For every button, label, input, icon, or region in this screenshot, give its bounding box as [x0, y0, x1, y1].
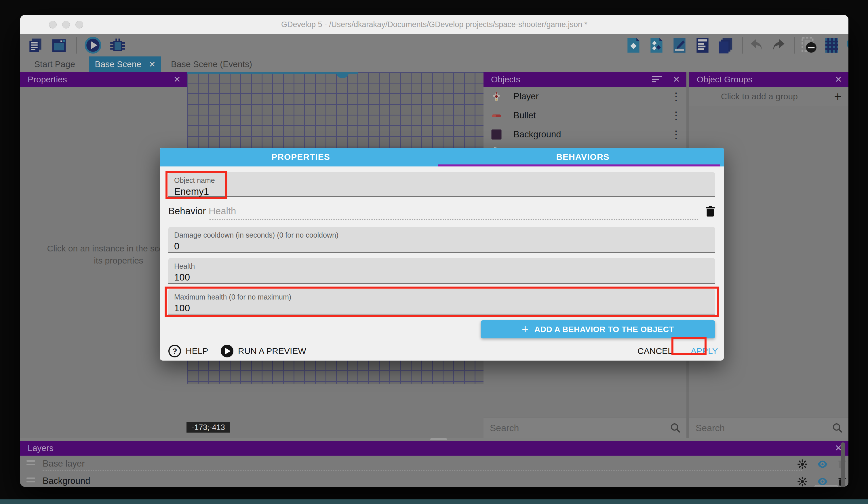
behavior-name-underline	[209, 219, 698, 220]
object-row-player[interactable]: Player ⋮	[484, 87, 686, 106]
dialog-tab-behaviors[interactable]: BEHAVIORS	[442, 148, 724, 167]
active-tab-indicator	[438, 164, 720, 167]
search-placeholder: Search	[490, 418, 519, 438]
object-editor-dialog: PROPERTIES BEHAVIORS Object name Enemy1 …	[160, 148, 724, 361]
behavior-header-row: Behavior Health	[168, 202, 715, 222]
toolbar-separator	[742, 37, 743, 53]
annotation-box-object-name	[165, 171, 227, 199]
layer-name-underline	[43, 470, 802, 471]
object-row-bullet[interactable]: Bullet ⋮	[484, 106, 686, 125]
delete-behavior-icon[interactable]	[703, 203, 717, 220]
layer-row-background[interactable]: Background	[20, 473, 848, 487]
close-panel-icon[interactable]: ✕	[835, 72, 842, 87]
properties-panel-header: Properties ✕	[20, 72, 187, 87]
objects-search[interactable]: Search	[484, 417, 686, 438]
screenshot-root: GDevelop 5 - /Users/dkarakay/Documents/G…	[0, 0, 868, 504]
dialog-footer: ? HELP RUN A PREVIEW CANCEL APPLY	[160, 341, 724, 361]
help-icon[interactable]: ?	[168, 345, 181, 357]
cancel-button[interactable]: CANCEL	[638, 341, 673, 361]
editor-tabbar: Start Page Base Scene✕ Base Scene (Event…	[20, 57, 848, 72]
search-icon	[832, 422, 843, 434]
layer-row-base-layer[interactable]: Base layer	[20, 456, 848, 473]
damage-cooldown-value: 0	[174, 241, 179, 252]
objects-panel-title: Objects	[491, 72, 520, 87]
tab-base-scene[interactable]: Base Scene✕	[89, 57, 161, 72]
background-color-swatch[interactable]	[815, 485, 838, 487]
health-field[interactable]: Health 100	[168, 258, 715, 284]
object-menu-icon[interactable]: ⋮	[671, 106, 681, 125]
drag-handle-icon[interactable]	[27, 460, 35, 468]
toolbar: 1:1	[20, 34, 848, 57]
layer-name[interactable]: Background	[43, 473, 90, 487]
debugger-icon[interactable]	[109, 36, 127, 54]
add-behavior-button[interactable]: +ADD A BEHAVIOR TO THE OBJECT	[480, 320, 715, 339]
close-panel-icon[interactable]: ✕	[174, 72, 181, 87]
search-icon	[670, 422, 681, 434]
layer-effects-icon[interactable]	[797, 476, 808, 487]
damage-cooldown-label: Damage cooldown (in seconds) (0 for no c…	[174, 231, 339, 239]
object-menu-icon[interactable]: ⋮	[671, 125, 681, 144]
instance-resize-handle[interactable]	[336, 72, 349, 78]
toolbar-separator	[794, 37, 795, 53]
dialog-tab-properties[interactable]: PROPERTIES	[160, 148, 442, 167]
titlebar: GDevelop 5 - /Users/dkarakay/Documents/G…	[20, 15, 848, 34]
health-value: 100	[174, 272, 190, 283]
help-button[interactable]: HELP	[186, 341, 208, 361]
object-menu-icon[interactable]: ⋮	[671, 87, 681, 106]
bullet-object-icon	[490, 109, 503, 122]
toolbar-separator	[76, 37, 77, 53]
object-groups-search[interactable]: Search	[689, 417, 848, 438]
layer-visibility-icon[interactable]	[817, 458, 828, 470]
toggle-grid-icon[interactable]	[823, 36, 841, 54]
behavior-label: Behavior	[168, 205, 206, 216]
plus-icon[interactable]: +	[834, 87, 841, 106]
object-row-background[interactable]: Background ⋮	[484, 125, 686, 144]
run-preview-icon[interactable]	[221, 345, 234, 357]
layers-panel-title: Layers	[28, 441, 53, 456]
object-row-partial[interactable]	[484, 144, 686, 148]
enemy-object-icon	[490, 145, 503, 148]
instances-list-icon[interactable]	[694, 36, 711, 54]
player-object-icon	[490, 90, 503, 102]
annotation-box-apply	[671, 337, 706, 355]
resize-handle[interactable]	[430, 439, 447, 440]
run-preview-button[interactable]: RUN A PREVIEW	[238, 341, 306, 361]
layers-scrollbar[interactable]	[841, 442, 845, 487]
zoom-original-icon[interactable]: 1:1	[846, 36, 848, 54]
undo-icon[interactable]	[748, 36, 766, 54]
edit-scene-properties-icon[interactable]	[671, 36, 689, 54]
damage-cooldown-field[interactable]: Damage cooldown (in seconds) (0 for no c…	[168, 227, 715, 253]
layer-effects-icon[interactable]	[797, 458, 808, 470]
dialog-tabbar: PROPERTIES BEHAVIORS	[160, 148, 724, 167]
tab-start-page[interactable]: Start Page	[20, 57, 89, 72]
filter-icon[interactable]	[652, 76, 662, 83]
close-panel-icon[interactable]: ✕	[673, 72, 680, 87]
object-groups-panel-title: Object Groups	[697, 72, 752, 87]
close-tab-icon[interactable]: ✕	[149, 57, 155, 72]
add-group-row[interactable]: Click to add a group +	[689, 87, 848, 106]
tab-base-scene-events[interactable]: Base Scene (Events)✕	[164, 57, 259, 72]
gdevelop-window: GDevelop 5 - /Users/dkarakay/Documents/G…	[20, 15, 848, 487]
background-object-icon	[490, 129, 503, 141]
drag-handle-icon[interactable]	[27, 477, 35, 485]
new-object-icon[interactable]	[624, 36, 642, 54]
behavior-name-field[interactable]: Health	[209, 205, 236, 216]
object-groups-panel-header: Object Groups ✕	[689, 72, 848, 87]
start-page-icon[interactable]	[50, 36, 68, 54]
object-name-field[interactable]: Object name Enemy1	[168, 172, 715, 197]
properties-panel-title: Properties	[28, 72, 67, 87]
object-name: Background	[514, 125, 561, 144]
desktop-background-strip	[0, 500, 868, 504]
window-title: GDevelop 5 - /Users/dkarakay/Documents/G…	[20, 15, 848, 34]
redo-icon[interactable]	[769, 36, 787, 54]
layers-editor-icon[interactable]	[717, 36, 734, 54]
layers-panel-header: Layers ✕	[20, 441, 848, 456]
objects-panel-header: Objects ✕	[484, 72, 686, 87]
panel-resize-divider[interactable]	[20, 438, 848, 441]
toggle-mask-icon[interactable]	[800, 36, 818, 54]
preview-icon[interactable]	[84, 36, 102, 54]
object-groups-icon[interactable]	[648, 36, 665, 54]
project-manager-icon[interactable]	[27, 36, 44, 54]
layer-name[interactable]: Base layer	[43, 456, 85, 472]
annotation-box-maximum-health	[165, 286, 719, 317]
